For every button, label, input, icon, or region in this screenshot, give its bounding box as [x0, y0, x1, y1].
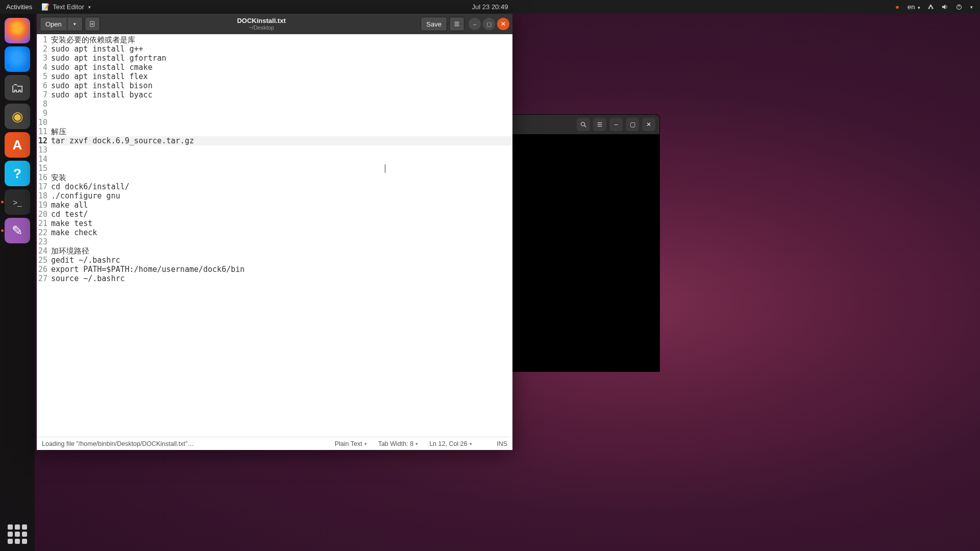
power-icon[interactable]	[955, 3, 963, 11]
code-line[interactable]: ./configure gnu	[51, 191, 512, 201]
status-bar: Loading file "/home/binbin/Desktop/DOCKi…	[37, 437, 512, 450]
terminal-maximize-button[interactable]: ▢	[626, 118, 639, 131]
code-line[interactable]	[51, 118, 512, 127]
dock-terminal[interactable]: >_	[5, 189, 30, 215]
document-title: DOCKinstall.txt	[102, 17, 421, 25]
network-icon[interactable]	[926, 3, 935, 11]
terminal-search-button[interactable]	[577, 118, 590, 131]
code-line[interactable]: sudo apt install byacc	[51, 90, 512, 99]
clock[interactable]: Jul 23 20:49	[472, 3, 508, 11]
code-line[interactable]: source ~/.bashrc	[51, 274, 512, 283]
svg-point-2	[581, 122, 585, 126]
code-line[interactable]: 加环境路径	[51, 246, 512, 256]
code-line[interactable]: sudo apt install cmake	[51, 63, 512, 72]
app-menu-label: Text Editor	[53, 3, 84, 11]
code-line[interactable]: cd dock6/install/	[51, 182, 512, 191]
window-close-button[interactable]: ✕	[497, 18, 509, 30]
code-line[interactable]: gedit ~/.bashrc	[51, 256, 512, 265]
dock-software[interactable]: A	[5, 132, 30, 158]
volume-icon[interactable]	[941, 3, 949, 11]
new-tab-button[interactable]	[85, 17, 100, 31]
dock-files[interactable]: 🗂	[5, 75, 30, 101]
syntax-selector[interactable]: Plain Text	[335, 440, 367, 447]
insert-mode[interactable]: INS	[497, 440, 507, 447]
code-line[interactable]: make all	[51, 201, 512, 210]
dock-firefox[interactable]	[5, 18, 30, 43]
code-line[interactable]: make test	[51, 219, 512, 228]
terminal-close-button[interactable]: ✕	[642, 118, 655, 131]
code-line[interactable]	[51, 164, 512, 173]
tab-width-selector[interactable]: Tab Width: 8	[378, 440, 418, 447]
text-editor-icon: 📝	[41, 3, 50, 11]
system-menu-chevron-icon[interactable]: ▾	[970, 5, 973, 10]
new-document-icon	[89, 20, 96, 28]
code-line[interactable]: 解压	[51, 127, 512, 136]
line-number-gutter: 1234567891011121314151617181920212223242…	[37, 34, 49, 437]
code-line[interactable]: make check	[51, 228, 512, 237]
code-line[interactable]	[51, 155, 512, 164]
chevron-down-icon: ▾	[74, 21, 76, 27]
text-editor-window[interactable]: Open ▾ DOCKinstall.txt ~/Desktop Save – …	[37, 14, 512, 450]
code-line[interactable]: sudo apt install flex	[51, 72, 512, 81]
cursor-position[interactable]: Ln 12, Col 26	[429, 440, 485, 447]
code-line[interactable]	[51, 237, 512, 246]
hamburger-menu-button[interactable]	[449, 17, 464, 31]
show-applications[interactable]	[8, 524, 27, 544]
terminal-window[interactable]: : ~ – ▢ ✕	[493, 114, 660, 372]
code-line[interactable]: 安装必要的依赖或者是库	[51, 35, 512, 44]
code-line[interactable]: 安装	[51, 173, 512, 182]
open-button[interactable]: Open	[40, 17, 67, 31]
app-menu[interactable]: 📝 Text Editor ▾	[41, 3, 90, 11]
terminal-minimize-button[interactable]: –	[609, 118, 623, 131]
input-language[interactable]: en ▾	[908, 3, 920, 11]
svg-line-3	[584, 126, 586, 128]
code-line[interactable]: sudo apt install gfortran	[51, 54, 512, 63]
menu-icon	[453, 20, 460, 28]
dock-help[interactable]: ?	[5, 161, 30, 186]
terminal-menu-button[interactable]	[593, 118, 606, 131]
code-line[interactable]: tar zxvf dock.6.9_source.tar.gz	[51, 136, 512, 145]
editor-area[interactable]: 1234567891011121314151617181920212223242…	[37, 34, 512, 437]
screen-record-icon[interactable]: ●	[893, 3, 901, 11]
chevron-down-icon: ▾	[88, 5, 91, 10]
dock-thunderbird[interactable]	[5, 46, 30, 72]
terminal-headerbar[interactable]: : ~ – ▢ ✕	[494, 115, 659, 134]
code-line[interactable]: sudo apt install g++	[51, 44, 512, 54]
top-panel: Activities 📝 Text Editor ▾ Jul 23 20:49 …	[0, 0, 980, 14]
status-message: Loading file "/home/binbin/Desktop/DOCKi…	[42, 440, 194, 447]
code-line[interactable]: cd test/	[51, 210, 512, 219]
code-line[interactable]	[51, 145, 512, 155]
text-cursor	[385, 164, 385, 173]
save-button[interactable]: Save	[421, 17, 447, 31]
open-recent-button[interactable]: ▾	[67, 17, 83, 31]
gedit-headerbar[interactable]: Open ▾ DOCKinstall.txt ~/Desktop Save – …	[37, 14, 512, 34]
window-maximize-button[interactable]: ▢	[483, 18, 495, 30]
text-content[interactable]: 安装必要的依赖或者是库sudo apt install g++sudo apt …	[49, 34, 512, 437]
dock: 🗂 ◉ A ? >_ ✎	[0, 14, 35, 551]
dock-rhythmbox[interactable]: ◉	[5, 104, 30, 129]
dock-text-editor[interactable]: ✎	[5, 218, 30, 243]
code-line[interactable]: sudo apt install bison	[51, 81, 512, 90]
window-minimize-button[interactable]: –	[469, 18, 481, 30]
code-line[interactable]	[51, 99, 512, 109]
code-line[interactable]: export PATH=$PATH:/home/username/dock6/b…	[51, 265, 512, 274]
code-line[interactable]	[51, 109, 512, 118]
document-path: ~/Desktop	[102, 24, 421, 31]
activities-button[interactable]: Activities	[6, 3, 32, 11]
